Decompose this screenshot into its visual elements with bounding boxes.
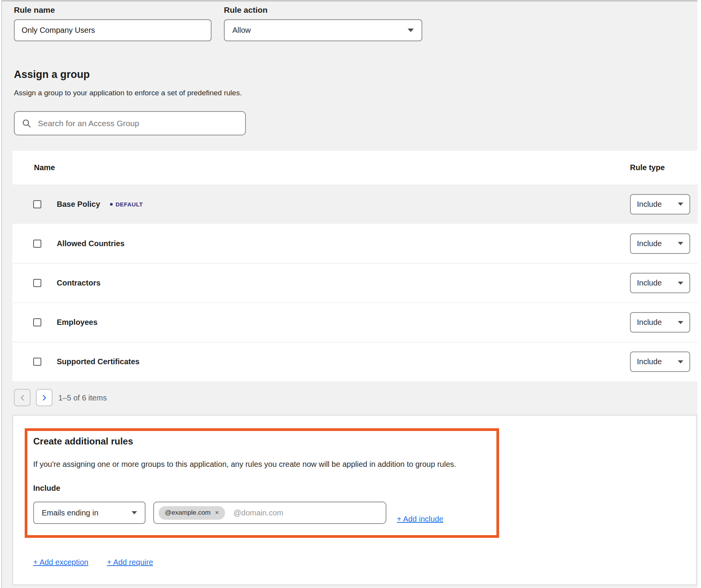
chevron-down-icon	[408, 29, 414, 32]
access-groups-table: Name Rule type Base Policy DEFAULT Inclu…	[12, 151, 698, 381]
chevron-down-icon	[678, 242, 683, 245]
pagination-prev-button[interactable]	[14, 389, 30, 406]
table-row: Supported Certificates Include	[12, 342, 698, 381]
rule-type-value: Include	[637, 357, 662, 366]
column-header-name: Name	[34, 163, 55, 172]
rule-type-value: Include	[637, 200, 662, 209]
include-condition-value: Emails ending in	[42, 509, 98, 517]
chevron-down-icon	[678, 321, 683, 324]
chevron-down-icon	[132, 511, 137, 514]
row-name: Base Policy	[57, 200, 100, 209]
rule-type-select[interactable]: Include	[630, 233, 690, 254]
assign-group-description: Assign a group to your application to en…	[14, 89, 242, 97]
rule-name-input[interactable]	[14, 19, 212, 41]
screenshot-top-border	[0, 0, 701, 2]
pagination-range-text: 1–5 of 6 items	[58, 394, 107, 402]
row-checkbox[interactable]	[33, 279, 41, 287]
chip-label: @example.com	[165, 509, 210, 517]
include-condition-select[interactable]: Emails ending in	[33, 502, 146, 524]
chevron-left-icon	[20, 394, 25, 401]
default-badge: DEFAULT	[110, 201, 143, 208]
email-domain-tag-input[interactable]: @example.com ×	[153, 502, 386, 524]
table-row: Base Policy DEFAULT Include	[12, 184, 698, 224]
row-name: Contractors	[57, 279, 100, 287]
chip-remove-icon[interactable]: ×	[215, 510, 218, 516]
badge-dot-icon	[110, 203, 113, 206]
table-row: Allowed Countries Include	[12, 224, 698, 263]
search-icon	[22, 118, 32, 128]
email-domain-chip: @example.com ×	[159, 506, 225, 520]
email-domain-input[interactable]	[234, 509, 381, 517]
access-group-search[interactable]	[14, 111, 246, 135]
add-exception-link[interactable]: + Add exception	[33, 558, 88, 567]
rule-action-select[interactable]: Allow	[224, 19, 422, 41]
search-input[interactable]	[38, 119, 238, 128]
add-include-link[interactable]: + Add include	[397, 515, 444, 524]
row-name: Allowed Countries	[57, 239, 125, 248]
table-row: Employees Include	[12, 302, 698, 342]
badge-label: DEFAULT	[115, 201, 143, 208]
chevron-down-icon	[678, 360, 683, 363]
table-header-row: Name Rule type	[12, 151, 698, 184]
row-checkbox[interactable]	[33, 200, 41, 208]
rule-type-select[interactable]: Include	[630, 351, 690, 372]
column-header-rule-type: Rule type	[630, 163, 665, 172]
row-checkbox[interactable]	[33, 358, 41, 366]
screenshot-left-border	[0, 0, 2, 588]
screenshot-right-border	[698, 0, 701, 588]
additional-rules-heading: Create additional rules	[33, 436, 133, 447]
include-section-label: Include	[33, 484, 60, 493]
rule-type-value: Include	[637, 318, 662, 327]
rule-action-label: Rule action	[224, 5, 268, 15]
rule-type-select[interactable]: Include	[630, 273, 690, 293]
row-name: Supported Certificates	[57, 357, 139, 366]
row-checkbox[interactable]	[33, 240, 41, 248]
additional-rules-description: If you're assigning one or more groups t…	[33, 460, 456, 469]
rule-type-value: Include	[637, 239, 662, 248]
rule-type-select[interactable]: Include	[630, 312, 690, 333]
assign-group-heading: Assign a group	[14, 69, 90, 81]
row-name: Employees	[57, 318, 98, 327]
chevron-down-icon	[678, 203, 683, 206]
chevron-down-icon	[678, 282, 683, 285]
rule-type-select[interactable]: Include	[630, 194, 690, 215]
rule-type-value: Include	[637, 279, 662, 287]
rule-name-label: Rule name	[14, 5, 55, 15]
row-checkbox[interactable]	[33, 318, 41, 326]
chevron-right-icon	[42, 394, 47, 401]
pagination-next-button[interactable]	[36, 389, 52, 406]
table-row: Contractors Include	[12, 263, 698, 302]
rule-action-value: Allow	[232, 26, 251, 35]
add-require-link[interactable]: + Add require	[107, 558, 153, 567]
